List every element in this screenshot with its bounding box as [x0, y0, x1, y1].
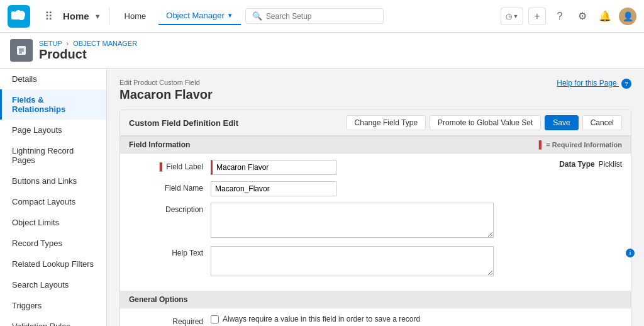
- svg-rect-0: [17, 46, 26, 55]
- card-header: Custom Field Definition Edit Change Fiel…: [120, 110, 631, 136]
- object-manager-nav-link[interactable]: Object Manager ▼: [158, 7, 240, 25]
- home-nav-link[interactable]: Home: [117, 8, 154, 25]
- field-info-section-header: Field Information ▌ = Required Informati…: [120, 136, 631, 154]
- required-legend: ▌ = Required Information: [539, 140, 622, 149]
- salesforce-logo: [8, 5, 30, 28]
- custom-field-card: Custom Field Definition Edit Change Fiel…: [119, 110, 631, 326]
- sidebar-item-triggers[interactable]: Triggers: [0, 295, 106, 316]
- field-label-input[interactable]: [211, 160, 336, 175]
- sidebar-item-validation-rules[interactable]: Validation Rules: [0, 316, 106, 326]
- required-field-label: Required: [129, 315, 211, 326]
- search-box: 🔍: [245, 8, 384, 24]
- save-button[interactable]: Save: [545, 115, 578, 130]
- object-manager-dropdown-icon[interactable]: ▼: [227, 12, 233, 19]
- field-name-input[interactable]: [211, 181, 336, 196]
- sidebar-item-related-lookup-filters[interactable]: Related Lookup Filters: [0, 254, 106, 274]
- add-button[interactable]: +: [528, 8, 546, 25]
- object-title: Product: [39, 47, 137, 62]
- general-options-section-header: General Options: [120, 291, 631, 308]
- required-checkbox-label: Always require a value in this field in …: [223, 315, 420, 323]
- field-label-row: ▌Field Label Data Type Picklist: [129, 160, 622, 175]
- history-dropdown-icon: ▼: [513, 13, 519, 20]
- history-icon: ◷: [506, 12, 512, 21]
- history-button[interactable]: ◷ ▼: [501, 8, 523, 25]
- sidebar: Details Fields & Relationships Page Layo…: [0, 69, 107, 326]
- general-options: Required Always require a value in this …: [120, 308, 631, 326]
- page-header: Help for this Page ? Edit Product Custom…: [119, 79, 631, 102]
- search-input[interactable]: [266, 12, 377, 21]
- help-text-value: i: [211, 246, 622, 278]
- page-title: Macaron Flavor: [119, 87, 631, 102]
- field-label-label: ▌Field Label: [129, 160, 211, 171]
- required-checkbox-row: Always require a value in this field in …: [211, 315, 622, 323]
- sidebar-item-buttons-links[interactable]: Buttons and Links: [0, 171, 106, 191]
- help-button[interactable]: ?: [551, 8, 569, 25]
- description-label: Description: [129, 203, 211, 214]
- sidebar-item-record-types[interactable]: Record Types: [0, 233, 106, 254]
- sidebar-item-lightning-record-pages[interactable]: Lightning Record Pages: [0, 140, 106, 171]
- sidebar-item-search-layouts[interactable]: Search Layouts: [0, 274, 106, 295]
- app-launcher-button[interactable]: ⠿: [39, 7, 58, 26]
- page-subtitle: Edit Product Custom Field: [119, 79, 631, 86]
- setup-dropdown[interactable]: ▼: [94, 13, 101, 20]
- object-header-text: SETUP › OBJECT MANAGER Product: [39, 40, 137, 62]
- breadcrumb: SETUP › OBJECT MANAGER: [39, 40, 137, 47]
- required-row: Required Always require a value in this …: [129, 315, 622, 326]
- setup-label: Home: [63, 11, 89, 21]
- sidebar-item-details[interactable]: Details: [0, 69, 106, 89]
- data-type-label: Data Type: [559, 160, 594, 169]
- description-row: Description: [129, 203, 622, 240]
- sidebar-item-fields-relationships[interactable]: Fields & Relationships: [0, 89, 106, 120]
- object-icon: [10, 39, 33, 62]
- nav-divider: [109, 8, 109, 25]
- help-link[interactable]: Help for this Page ?: [557, 79, 631, 89]
- required-checkbox[interactable]: [211, 315, 219, 323]
- main-layout: Details Fields & Relationships Page Layo…: [0, 69, 644, 326]
- search-icon: 🔍: [252, 11, 262, 21]
- help-text-info-icon[interactable]: i: [626, 249, 635, 257]
- object-header: SETUP › OBJECT MANAGER Product: [0, 33, 644, 69]
- promote-global-value-set-button[interactable]: Promote to Global Value Set: [430, 115, 541, 130]
- cancel-button[interactable]: Cancel: [582, 115, 622, 130]
- card-title: Custom Field Definition Edit: [129, 118, 238, 128]
- help-text-row: Help Text i: [129, 246, 622, 278]
- sidebar-item-object-limits[interactable]: Object Limits: [0, 212, 106, 233]
- user-avatar[interactable]: 👤: [619, 8, 636, 25]
- help-page-icon: ?: [621, 79, 631, 89]
- field-info-table: ▌Field Label Data Type Picklist Field Na…: [120, 154, 631, 291]
- content-area: Help for this Page ? Edit Product Custom…: [107, 69, 644, 326]
- settings-button[interactable]: ⚙: [574, 8, 591, 25]
- description-input[interactable]: [211, 203, 494, 238]
- help-text-label: Help Text: [129, 246, 211, 257]
- change-field-type-button[interactable]: Change Field Type: [347, 115, 426, 130]
- top-navigation: ⠿ Home ▼ Home Object Manager ▼ 🔍 ◷ ▼ + ?…: [0, 0, 644, 33]
- field-name-row: Field Name: [129, 181, 622, 196]
- top-nav-right: ◷ ▼ + ? ⚙ 🔔 👤: [501, 8, 636, 25]
- description-value: [211, 203, 622, 240]
- data-type-container: Data Type Picklist: [559, 160, 622, 169]
- help-text-input[interactable]: [211, 246, 494, 276]
- data-type-value: Picklist: [599, 160, 622, 169]
- field-label-value: [211, 160, 559, 175]
- sidebar-item-page-layouts[interactable]: Page Layouts: [0, 120, 106, 140]
- required-value: Always require a value in this field in …: [211, 315, 622, 326]
- card-header-buttons: Change Field Type Promote to Global Valu…: [347, 115, 622, 130]
- sidebar-item-compact-layouts[interactable]: Compact Layouts: [0, 191, 106, 212]
- field-name-value: [211, 181, 622, 196]
- field-name-label: Field Name: [129, 181, 211, 193]
- notifications-button[interactable]: 🔔: [596, 8, 614, 25]
